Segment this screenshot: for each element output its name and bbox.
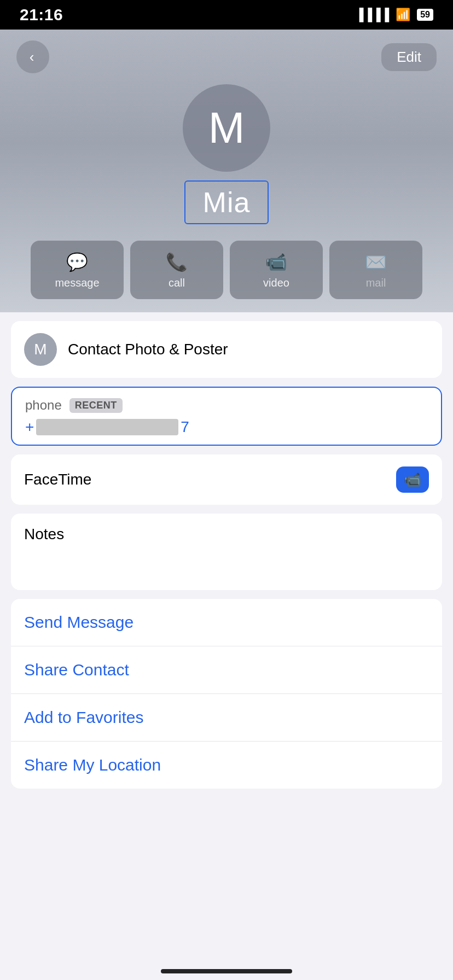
message-label: message xyxy=(55,277,99,289)
send-message-row[interactable]: Send Message xyxy=(11,599,442,646)
back-button[interactable]: ‹ xyxy=(16,40,49,73)
video-icon: 📹 xyxy=(265,252,287,272)
send-message-label: Send Message xyxy=(24,613,133,631)
photo-avatar: M xyxy=(24,333,57,366)
battery-badge: 59 xyxy=(417,9,433,21)
mail-icon: ✉️ xyxy=(365,252,387,272)
call-label: call xyxy=(169,277,185,289)
phone-card: phone RECENT + 7 xyxy=(11,387,442,446)
call-action-button[interactable]: 📞 call xyxy=(130,241,223,299)
contact-photo-card: M Contact Photo & Poster xyxy=(11,321,442,378)
home-indicator xyxy=(161,969,292,973)
notes-content: Notes xyxy=(11,514,442,590)
back-chevron-icon: ‹ xyxy=(30,49,34,66)
facetime-label: FaceTime xyxy=(24,471,91,488)
video-label: video xyxy=(263,277,289,289)
avatar-container: M xyxy=(16,84,437,172)
call-icon: 📞 xyxy=(166,252,188,272)
phone-row[interactable]: phone RECENT + 7 xyxy=(12,388,441,445)
phone-number-redacted xyxy=(36,419,178,435)
add-to-favorites-label: Add to Favorites xyxy=(24,708,143,726)
photo-avatar-letter: M xyxy=(34,341,47,358)
mail-label: mail xyxy=(366,277,386,289)
avatar-letter: M xyxy=(208,103,245,153)
contact-name: Mia xyxy=(203,186,251,218)
facetime-video-icon: 📹 xyxy=(404,471,421,488)
contact-name-wrapper: Mia xyxy=(16,180,437,224)
notes-card: Notes xyxy=(11,514,442,590)
avatar: M xyxy=(183,84,270,172)
edit-button[interactable]: Edit xyxy=(381,43,437,71)
phone-label-row: phone RECENT xyxy=(25,398,428,413)
add-to-favorites-row[interactable]: Add to Favorites xyxy=(11,694,442,742)
message-icon: 💬 xyxy=(66,252,88,272)
facetime-video-button[interactable]: 📹 xyxy=(396,466,429,493)
status-time: 21:16 xyxy=(20,5,63,24)
nav-row: ‹ Edit xyxy=(16,40,437,73)
hero-area: ‹ Edit M Mia 💬 message 📞 call 📹 video ✉️… xyxy=(0,30,453,312)
photo-poster-label: Contact Photo & Poster xyxy=(68,341,228,358)
notes-label: Notes xyxy=(24,526,429,543)
signal-icon: ▐▐▐▐ xyxy=(355,8,389,22)
phone-label: phone xyxy=(25,398,62,413)
share-my-location-label: Share My Location xyxy=(24,756,161,774)
contact-name-box: Mia xyxy=(184,180,269,224)
share-contact-row[interactable]: Share Contact xyxy=(11,646,442,694)
phone-plus: + xyxy=(25,418,34,436)
share-my-location-row[interactable]: Share My Location xyxy=(11,742,442,789)
phone-number-end: 7 xyxy=(181,418,189,436)
phone-number-row: + 7 xyxy=(25,418,428,436)
actions-card: Send Message Share Contact Add to Favori… xyxy=(11,599,442,789)
facetime-row: FaceTime 📹 xyxy=(11,454,442,505)
recent-badge: RECENT xyxy=(69,398,123,413)
message-action-button[interactable]: 💬 message xyxy=(31,241,124,299)
share-contact-label: Share Contact xyxy=(24,661,129,679)
video-action-button[interactable]: 📹 video xyxy=(230,241,323,299)
status-icons: ▐▐▐▐ 📶 59 xyxy=(355,8,433,22)
action-buttons-row: 💬 message 📞 call 📹 video ✉️ mail xyxy=(16,241,437,312)
photo-poster-row[interactable]: M Contact Photo & Poster xyxy=(11,321,442,378)
facetime-card: FaceTime 📹 xyxy=(11,454,442,505)
mail-action-button[interactable]: ✉️ mail xyxy=(329,241,422,299)
wifi-icon: 📶 xyxy=(396,8,410,22)
content-area: M Contact Photo & Poster phone RECENT + … xyxy=(0,312,453,797)
status-bar: 21:16 ▐▐▐▐ 📶 59 xyxy=(0,0,453,30)
